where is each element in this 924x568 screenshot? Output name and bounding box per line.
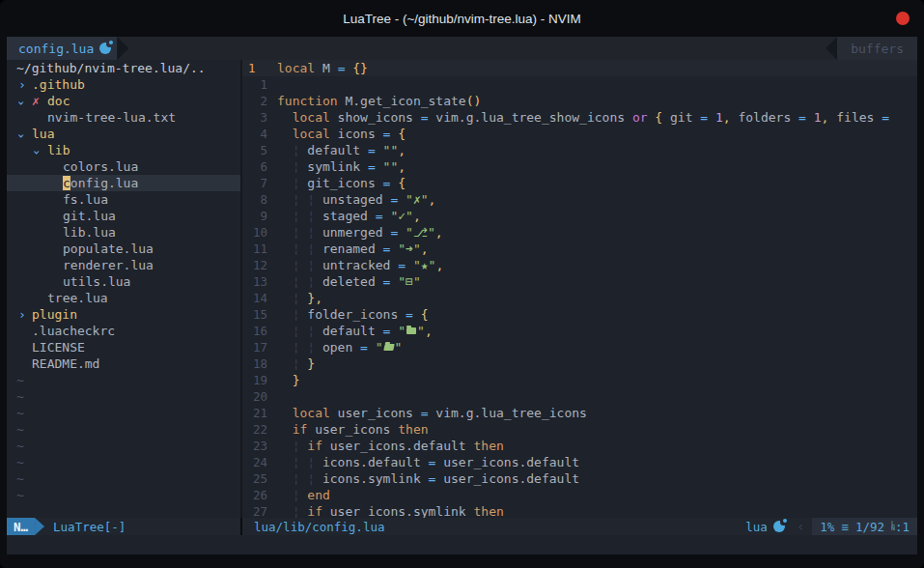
line-number: 15 (242, 307, 277, 322)
code-line[interactable]: 4 local icons = { (242, 126, 917, 142)
tree-item-colors.lua[interactable]: colors.lua (7, 158, 240, 175)
code-token: ¦ (307, 455, 315, 469)
code-line[interactable]: 8 ¦ ¦ unstaged = "✗", (242, 191, 917, 208)
code-line[interactable]: 19 } (242, 372, 917, 388)
code-line[interactable]: 1 (242, 76, 917, 93)
code-token: = (368, 143, 376, 157)
command-line[interactable] (7, 535, 917, 554)
tree-icon-slot (32, 109, 47, 126)
tree-item-populate.lua[interactable]: populate.lua (7, 241, 240, 257)
code-token: } (293, 373, 300, 387)
tree-item-README.md[interactable]: README.md (7, 355, 240, 372)
tree-item-fs.lua[interactable]: fs.lua (7, 191, 240, 208)
tree-icon-slot: › (32, 142, 47, 158)
chevron-down-icon[interactable]: › (14, 130, 29, 140)
code-line[interactable]: 18 ¦ } (242, 355, 917, 372)
tree-item-utils.lua[interactable]: utils.lua (7, 273, 240, 290)
code-token: M.get_icon_state (338, 94, 466, 108)
code-line[interactable]: 2function M.get_icon_state() (242, 93, 917, 109)
tree-item-.luacheckrc[interactable]: .luacheckrc (7, 323, 240, 339)
code-line[interactable]: 12 ¦ ¦ untracked = "★", (242, 257, 917, 273)
tree-indent (7, 241, 47, 257)
tree-item-lib.lua[interactable]: lib.lua (7, 224, 240, 241)
tree-item-nvim-tree-lua.txt[interactable]: nvim-tree-lua.txt (7, 109, 240, 126)
tree-item-label: .luacheckrc (32, 324, 115, 338)
block-cursor: c (63, 176, 70, 190)
code-token: unmerged (315, 225, 390, 240)
tree-icon-slot: › (16, 93, 32, 109)
code-line[interactable]: 6 ¦ symlink = "", (242, 158, 917, 175)
tab-config-lua[interactable]: config.lua (7, 37, 117, 60)
code-line[interactable]: 9 ¦ ¦ staged = "✓", (242, 208, 917, 224)
code-line-text: ¦ git_icons = { (277, 176, 406, 190)
code-line[interactable]: 21 local user_icons = vim.g.lua_tree_ico… (242, 405, 917, 421)
tree-icon-slot (47, 191, 63, 208)
tree-item-lib[interactable]: ›lib (7, 142, 240, 158)
tree-indent (7, 142, 32, 158)
tree-item-lua[interactable]: ›lua (7, 126, 240, 142)
line-number: 27 (242, 504, 277, 518)
titlebar[interactable]: LuaTree - (~/github/nvim-tree.lua) - NVI… (0, 0, 924, 37)
tree-item-.github[interactable]: ›.github (7, 76, 240, 93)
tree-icon-slot (16, 355, 32, 372)
code-token: , (398, 159, 406, 174)
code-token: M (315, 61, 337, 75)
tree-item-doc[interactable]: ›✗doc (7, 93, 240, 109)
chevron-down-icon[interactable]: › (14, 98, 29, 107)
code-token (413, 307, 421, 322)
string-quote: " (398, 324, 406, 338)
code-line[interactable]: 7 ¦ git_icons = { (242, 175, 917, 191)
line-number: 11 (242, 241, 277, 256)
code-line[interactable]: 17 ¦ ¦ open = "" (242, 339, 917, 355)
close-button[interactable] (896, 12, 910, 25)
code-line[interactable]: 3 local show_icons = vim.g.lua_tree_show… (242, 109, 917, 126)
tree-item-config.lua[interactable]: config.lua (7, 175, 240, 191)
code-token: default (315, 324, 382, 338)
code-line[interactable]: 1local M = {} (242, 60, 917, 76)
code-line[interactable]: 26 ¦ end (242, 487, 917, 503)
code-line[interactable]: 23 ¦ if user_icons.default then (242, 438, 917, 454)
code-line[interactable]: 15 ¦ folder_icons = { (242, 306, 917, 323)
code-token: { (421, 307, 429, 322)
code-line[interactable]: 10 ¦ ¦ unmerged = "⎇", (242, 224, 917, 241)
file-tree-panel[interactable]: ~/github/nvim-tree.lua/.. ›.github›✗docn… (7, 60, 240, 518)
code-line[interactable]: 20 (242, 388, 917, 405)
tree-item-plugin[interactable]: ›plugin (7, 306, 240, 323)
code-token: default (299, 143, 367, 157)
code-line[interactable]: 24 ¦ ¦ icons.default = user_icons.defaul… (242, 454, 917, 470)
code-line[interactable]: 14 ¦ }, (242, 290, 917, 306)
code-buffer[interactable]: 1local M = {}12function M.get_icon_state… (242, 60, 917, 518)
code-line[interactable]: 25 ¦ ¦ icons.symlink = user_icons.defaul… (242, 470, 917, 487)
chevron-right-icon[interactable]: › (16, 77, 26, 92)
code-line[interactable]: 5 ¦ default = "", (242, 142, 917, 158)
code-line-text: ¦ }, (277, 291, 322, 305)
statusline-tree: N… LuaTree[-] (7, 518, 240, 535)
code-line-text: ¦ ¦ untracked = "★", (277, 258, 443, 272)
chevron-down-icon[interactable]: › (30, 147, 44, 156)
code-token: local (293, 127, 330, 141)
code-line[interactable]: 13 ¦ ¦ deleted = "⊟" (242, 273, 917, 290)
window-bottom-border (0, 554, 924, 568)
tree-icon-slot (16, 339, 32, 355)
tree-item-label: lib.lua (63, 225, 116, 240)
code-token: show_icons (330, 110, 421, 125)
tree-item-renderer.lua[interactable]: renderer.lua (7, 257, 240, 273)
tree-indent (7, 208, 47, 224)
tree-item-tree.lua[interactable]: tree.lua (7, 290, 240, 306)
tree-icon-slot: › (16, 126, 32, 142)
tree-item-git.lua[interactable]: git.lua (7, 208, 240, 224)
tree-item-LICENSE[interactable]: LICENSE (7, 339, 240, 355)
buffers-segment[interactable]: buffers (837, 37, 917, 60)
chevron-right-icon[interactable]: › (16, 307, 26, 322)
code-token: ¦ (307, 241, 315, 256)
code-line-text: ¦ folder_icons = { (277, 307, 429, 322)
code-line[interactable]: 27 ¦ if user_icons.symlink then (242, 503, 917, 518)
statusline-file: lua/lib/config.lua lua ‹ 1% ≡ 1/92 L N :… (242, 518, 917, 535)
code-line[interactable]: 22 if user_icons then (242, 421, 917, 438)
code-line-text: ¦ ¦ unstaged = "✗", (277, 192, 435, 207)
code-line[interactable]: 11 ¦ ¦ renamed = "➜", (242, 241, 917, 257)
code-line[interactable]: 16 ¦ ¦ default = "", (242, 323, 917, 339)
tilde-marker: ~ (7, 372, 240, 388)
code-token: vim.g.lua_tree_icons (429, 406, 587, 420)
tilde-marker: ~ (7, 421, 240, 438)
